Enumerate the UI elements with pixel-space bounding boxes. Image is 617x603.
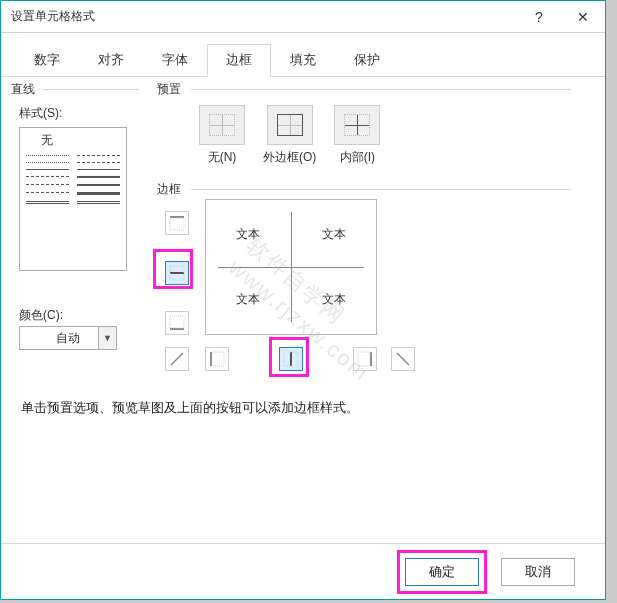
preset-inside-label: 内部(I) (340, 149, 375, 166)
color-select[interactable]: 自动 ▼ (19, 326, 117, 350)
svg-rect-9 (290, 352, 292, 366)
border-horizontal-middle-button[interactable] (165, 261, 189, 285)
color-label: 颜色(C): (19, 307, 117, 324)
svg-rect-1 (170, 218, 184, 230)
style-label: 样式(S): (19, 105, 62, 122)
tab-border[interactable]: 边框 (207, 44, 271, 77)
line-style-none[interactable]: 无 (26, 132, 68, 149)
help-button[interactable]: ? (517, 2, 561, 32)
border-top-button[interactable] (165, 211, 189, 235)
dialog-footer: 确定 取消 (1, 543, 605, 599)
border-bottom-button[interactable] (165, 311, 189, 335)
cancel-button[interactable]: 取消 (501, 558, 575, 586)
preset-outline-label: 外边框(O) (263, 149, 316, 166)
svg-rect-12 (358, 352, 370, 366)
tab-alignment[interactable]: 对齐 (79, 44, 143, 77)
preset-outline-button[interactable] (267, 105, 313, 145)
close-button[interactable]: ✕ (561, 2, 605, 32)
preview-cell-br: 文本 (322, 291, 346, 308)
titlebar: 设置单元格格式 ? ✕ (1, 1, 605, 33)
preset-none-button[interactable] (199, 105, 245, 145)
preview-cell-tr: 文本 (322, 226, 346, 243)
dialog-title: 设置单元格格式 (1, 8, 95, 25)
border-right-button[interactable] (353, 347, 377, 371)
hint-text: 单击预置选项、预览草图及上面的按钮可以添加边框样式。 (21, 399, 359, 417)
dialog-body: 直线 预置 样式(S): 无 颜色(C): 自动 ▼ (1, 77, 605, 547)
svg-line-13 (397, 353, 409, 365)
svg-rect-2 (170, 272, 184, 274)
preset-group-label: 预置 (157, 81, 181, 98)
tab-protection[interactable]: 保护 (335, 44, 399, 77)
ok-button[interactable]: 确定 (405, 558, 479, 586)
color-value: 自动 (56, 330, 80, 347)
tab-strip: 数字 对齐 字体 边框 填充 保护 (1, 33, 605, 77)
border-vertical-middle-button[interactable] (279, 347, 303, 371)
chevron-down-icon: ▼ (98, 327, 116, 349)
preset-none-label: 无(N) (208, 149, 237, 166)
tab-font[interactable]: 字体 (143, 44, 207, 77)
svg-rect-5 (170, 316, 184, 328)
format-cells-dialog: 设置单元格格式 ? ✕ 数字 对齐 字体 边框 填充 保护 直线 预置 样式(S… (0, 0, 606, 600)
border-left-button[interactable] (205, 347, 229, 371)
preset-inside-button[interactable] (334, 105, 380, 145)
tab-number[interactable]: 数字 (15, 44, 79, 77)
tab-fill[interactable]: 填充 (271, 44, 335, 77)
border-group-label: 边框 (157, 181, 181, 198)
preview-cell-bl: 文本 (236, 291, 260, 308)
svg-line-6 (171, 353, 183, 365)
line-group-label: 直线 (11, 81, 35, 98)
border-diagonal-down-button[interactable] (391, 347, 415, 371)
line-style-list[interactable]: 无 (19, 127, 127, 271)
svg-rect-8 (212, 352, 224, 366)
border-diagonal-up-button[interactable] (165, 347, 189, 371)
preset-row: 无(N) 外边框(O) 内部(I) (199, 105, 380, 166)
border-preview[interactable]: 文本 文本 文本 文本 (205, 199, 377, 335)
preview-cell-tl: 文本 (236, 226, 260, 243)
